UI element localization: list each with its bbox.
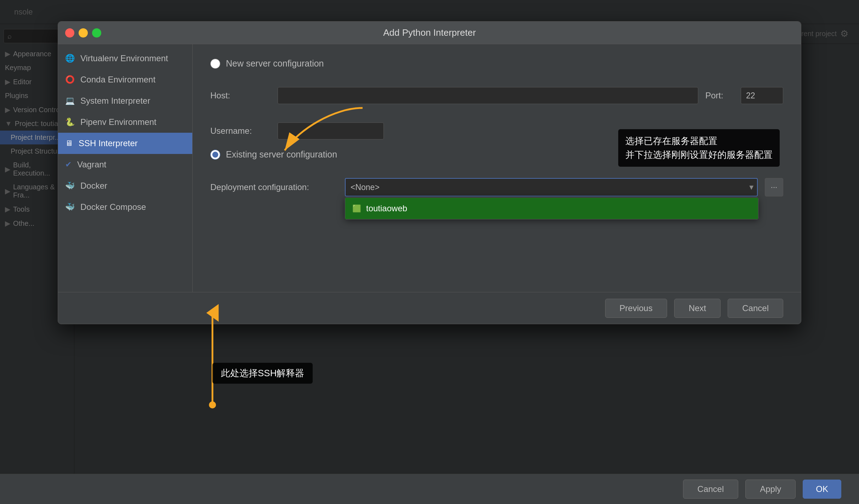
existing-server-radio[interactable]	[210, 150, 220, 160]
new-server-row: New server configuration	[210, 58, 783, 69]
host-input[interactable]	[278, 87, 698, 104]
next-button[interactable]: Next	[674, 299, 721, 318]
pipenv-icon: 🐍	[65, 118, 75, 127]
toutiaoweb-icon: 🟩	[352, 204, 361, 213]
docker-icon: 🐳	[65, 181, 75, 190]
conda-icon: ⭕	[65, 75, 75, 84]
new-server-radio[interactable]	[210, 59, 220, 69]
deployment-dropdown-popup: 🟩 toutiaoweb	[345, 197, 758, 219]
dialog-sidebar-system[interactable]: 💻 System Interpreter	[58, 90, 192, 111]
cancel-button[interactable]: Cancel	[683, 480, 739, 499]
dialog-body: 🌐 Virtualenv Environment ⭕ Conda Environ…	[58, 44, 801, 292]
port-input[interactable]	[741, 87, 783, 104]
dialog-sidebar-docker-compose[interactable]: 🐳 Docker Compose	[58, 196, 192, 218]
dialog-content: New server configuration Host: Port: Use…	[193, 44, 801, 292]
window-maximize-button[interactable]	[92, 28, 101, 38]
previous-button[interactable]: Previous	[605, 299, 667, 318]
virtualenv-icon: 🌐	[65, 54, 75, 63]
username-input[interactable]	[278, 122, 384, 139]
deployment-settings-button[interactable]: ···	[765, 178, 783, 196]
tooltip-right: 选择已存在服务器配置 并下拉选择刚刚设置好的服务器配置	[618, 129, 780, 167]
dialog-title: Add Python Interpreter	[383, 27, 476, 38]
ssh-annotation-container: 此处选择SSH解释器	[212, 363, 313, 384]
radio-group: New server configuration Host: Port: Use…	[210, 58, 783, 196]
add-python-interpreter-dialog: Add Python Interpreter 🌐 Virtualenv Envi…	[58, 21, 801, 324]
deployment-select[interactable]: <None> toutiaoweb	[345, 178, 758, 196]
host-label: Host:	[210, 91, 271, 101]
dialog-sidebar-virtualenv[interactable]: 🌐 Virtualenv Environment	[58, 48, 192, 69]
dialog-titlebar: Add Python Interpreter	[58, 22, 801, 44]
dialog-cancel-button[interactable]: Cancel	[728, 299, 783, 318]
bottom-bar: Cancel Apply OK	[0, 474, 859, 504]
deployment-label: Deployment configuration:	[210, 182, 338, 192]
dialog-footer: Previous Next Cancel	[58, 292, 801, 324]
deployment-row: Deployment configuration: <None> toutiao…	[210, 178, 783, 196]
dropdown-option-toutiaoweb[interactable]: 🟩 toutiaoweb	[345, 198, 758, 219]
tooltip-line1: 选择已存在服务器配置	[625, 134, 773, 148]
dialog-sidebar-conda[interactable]: ⭕ Conda Environment	[58, 69, 192, 90]
window-close-button[interactable]	[65, 28, 74, 38]
window-minimize-button[interactable]	[79, 28, 88, 38]
window-controls	[65, 28, 101, 38]
tooltip-line2: 并下拉选择刚刚设置好的服务器配置	[625, 148, 773, 162]
dialog-overlay: Add Python Interpreter 🌐 Virtualenv Envi…	[0, 0, 859, 504]
dialog-sidebar-vagrant[interactable]: ✔ Vagrant	[58, 154, 192, 175]
dropdown-option-label: toutiaoweb	[366, 204, 407, 213]
dialog-sidebar: 🌐 Virtualenv Environment ⭕ Conda Environ…	[58, 44, 193, 292]
username-label: Username:	[210, 126, 271, 136]
host-row: Host: Port:	[210, 87, 783, 104]
ok-button[interactable]: OK	[803, 480, 841, 499]
existing-server-label: Existing server configuration	[226, 149, 337, 160]
apply-button[interactable]: Apply	[745, 480, 796, 499]
ssh-annotation-label: 此处选择SSH解释器	[212, 363, 313, 384]
vagrant-icon: ✔	[65, 160, 72, 169]
port-label: Port:	[705, 91, 734, 101]
dialog-sidebar-docker[interactable]: 🐳 Docker	[58, 175, 192, 196]
tooltip-box: 选择已存在服务器配置 并下拉选择刚刚设置好的服务器配置	[618, 129, 780, 167]
docker-compose-icon: 🐳	[65, 202, 75, 212]
dialog-sidebar-ssh[interactable]: 🖥 SSH Interpreter	[58, 133, 192, 154]
ssh-icon: 🖥	[65, 139, 73, 148]
dialog-sidebar-pipenv[interactable]: 🐍 Pipenv Environment	[58, 111, 192, 133]
new-server-label: New server configuration	[226, 58, 324, 69]
system-icon: 💻	[65, 96, 75, 105]
